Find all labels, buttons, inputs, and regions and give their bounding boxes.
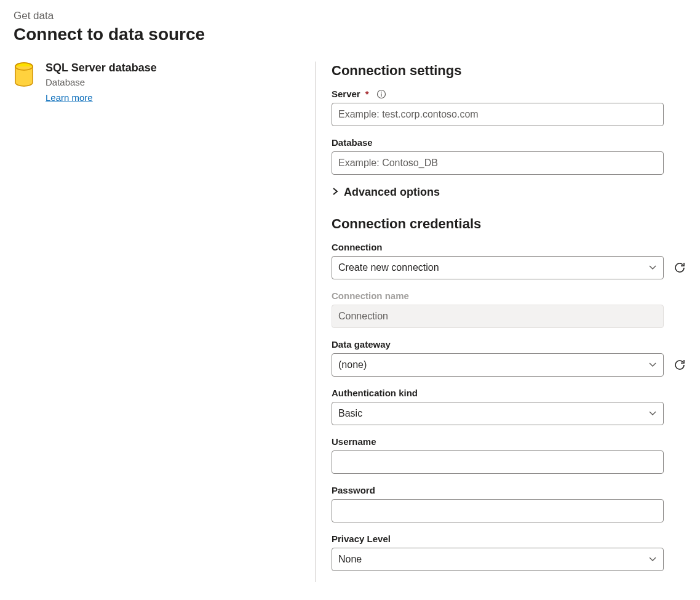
- authentication-kind-label: Authentication kind: [332, 388, 687, 398]
- advanced-options-toggle[interactable]: Advanced options: [332, 186, 687, 199]
- connection-label: Connection: [332, 242, 687, 252]
- password-input[interactable]: [332, 499, 664, 522]
- authentication-kind-select[interactable]: Basic: [332, 402, 664, 425]
- server-label: Server*: [332, 89, 687, 99]
- svg-point-4: [381, 91, 382, 92]
- database-label: Database: [332, 137, 687, 148]
- chevron-right-icon: [332, 186, 339, 199]
- source-type: Database: [46, 77, 157, 87]
- breadcrumb: Get data: [14, 10, 686, 22]
- connection-settings-heading: Connection settings: [332, 63, 687, 79]
- refresh-connection-button[interactable]: [672, 260, 687, 275]
- chevron-down-icon: [648, 359, 657, 370]
- source-name: SQL Server database: [46, 62, 157, 74]
- info-icon[interactable]: [376, 89, 386, 99]
- data-gateway-label: Data gateway: [332, 339, 687, 350]
- chevron-down-icon: [648, 262, 657, 273]
- privacy-level-label: Privacy Level: [332, 534, 687, 544]
- required-asterisk: *: [365, 89, 369, 99]
- database-input[interactable]: [332, 151, 664, 175]
- connection-select[interactable]: Create new connection: [332, 256, 664, 279]
- database-icon: [14, 62, 34, 89]
- learn-more-link[interactable]: Learn more: [46, 92, 93, 103]
- page-title: Connect to data source: [14, 25, 686, 44]
- connection-name-label: Connection name: [332, 290, 687, 301]
- password-label: Password: [332, 485, 687, 495]
- data-gateway-select[interactable]: (none): [332, 353, 664, 377]
- privacy-level-select[interactable]: None: [332, 548, 664, 571]
- chevron-down-icon: [648, 408, 657, 419]
- chevron-down-icon: [648, 554, 657, 565]
- connection-name-input: Connection: [332, 305, 664, 328]
- refresh-gateway-button[interactable]: [672, 358, 687, 372]
- server-input[interactable]: [332, 103, 664, 126]
- username-label: Username: [332, 436, 687, 447]
- connection-credentials-heading: Connection credentials: [332, 216, 687, 232]
- username-input[interactable]: [332, 450, 664, 474]
